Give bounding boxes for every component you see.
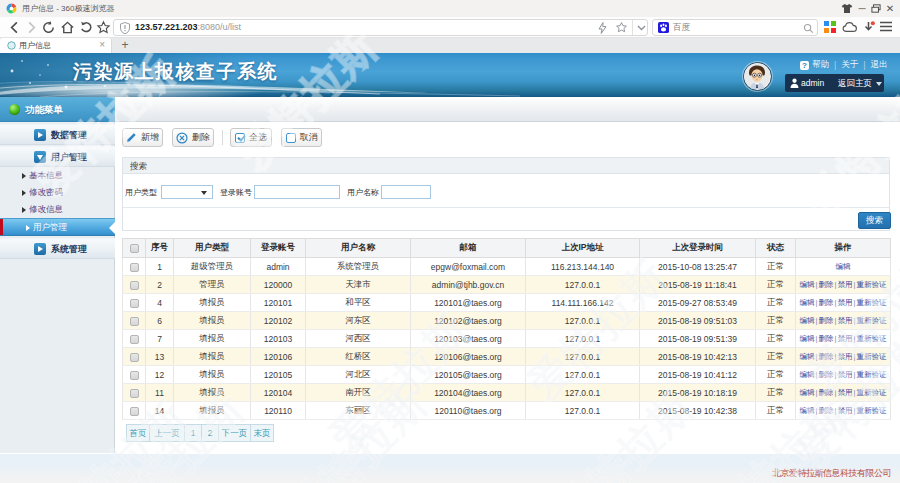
tab-close-icon[interactable]: × [99,38,105,52]
action-link[interactable]: 禁用 [837,334,852,343]
download-icon[interactable] [861,20,877,36]
dropdown-chevron-icon[interactable] [637,25,646,31]
action-link[interactable]: 重新验证 [856,316,886,325]
page-button-5[interactable]: 末页 [250,424,274,442]
page-button-4[interactable]: 下一页 [218,424,251,442]
row-checkbox[interactable] [130,317,139,326]
action-link[interactable]: 删除 [819,334,834,343]
sidebar-subitem-3[interactable]: 修改密码 [0,184,115,201]
page-button-1[interactable]: 上一页 [149,424,185,442]
action-link[interactable]: 编辑 [800,334,815,343]
column-header: 上次IP地址 [526,239,640,258]
bookmark-star-icon[interactable] [615,21,628,34]
sidebar-item-6[interactable]: 系统管理 [0,238,115,259]
minimize-button[interactable]: ─ [855,2,869,15]
speed-lightning-icon[interactable] [597,22,608,34]
row-checkbox[interactable] [130,371,139,380]
action-link[interactable]: 禁用 [837,280,852,289]
select-all-checkbox[interactable] [130,244,139,253]
action-link[interactable]: 重新验证 [856,370,886,379]
home-link[interactable]: 返回主页 [838,74,872,92]
action-link[interactable]: 编辑 [800,388,815,397]
action-link[interactable]: 重新验证 [856,334,886,343]
row-checkbox[interactable] [130,299,139,308]
logout-link[interactable]: 退出 [871,59,888,71]
sidebar-subitem-2[interactable]: 基本信息 [0,167,115,184]
site-shield-icon[interactable] [120,22,130,34]
admin-bar[interactable]: admin 返回主页 [785,74,884,92]
action-link[interactable]: 删除 [819,370,834,379]
action-link[interactable]: 禁用 [837,298,852,307]
user-avatar[interactable] [743,62,772,91]
action-link[interactable]: 重新验证 [856,406,886,415]
magnifier-icon[interactable] [803,23,814,34]
user-type-select[interactable] [161,185,213,199]
action-link[interactable]: 删除 [819,406,834,415]
row-checkbox[interactable] [130,263,139,272]
cloud-sync-icon[interactable] [842,20,858,36]
action-link[interactable]: 重新验证 [856,388,886,397]
forward-icon[interactable] [24,20,40,36]
select-all-button-label: 全选 [249,131,267,144]
favorite-star-icon[interactable] [96,20,112,36]
address-bar[interactable]: 123.57.221.203:8080/u/list [113,19,648,36]
action-link[interactable]: 编辑 [800,370,815,379]
sidebar-item-1[interactable]: 用户管理 [0,146,115,167]
action-link[interactable]: 禁用 [837,316,852,325]
row-checkbox[interactable] [130,353,139,362]
url-text[interactable]: 123.57.221.203:8080/u/list [135,21,241,34]
action-link[interactable]: 删除 [819,316,834,325]
sidebar-item-0[interactable]: 数据管理 [0,124,115,145]
tab-user-info[interactable]: 用户信息 × [0,38,112,53]
add-button[interactable]: 新增 [122,128,163,147]
action-link[interactable]: 编辑 [800,406,815,415]
panel-divider [123,207,889,208]
new-tab-button[interactable]: + [118,38,132,53]
search-submit-button[interactable]: 搜索 [858,212,891,229]
action-separator: | [816,370,818,379]
restore-button[interactable] [869,2,883,15]
back-icon[interactable] [7,20,23,36]
cancel-button[interactable]: 取消 [281,128,322,147]
row-checkbox[interactable] [130,389,139,398]
reload-session-icon[interactable] [79,20,95,36]
action-link[interactable]: 禁用 [837,406,852,415]
page-button-2[interactable]: 1 [184,424,202,442]
action-link[interactable]: 禁用 [837,388,852,397]
sidebar-subitem-4[interactable]: 修改信息 [0,201,115,218]
login-account-input[interactable] [254,185,340,199]
action-link[interactable]: 重新验证 [856,298,886,307]
action-link[interactable]: 编辑 [800,352,815,361]
user-name-input[interactable] [381,185,431,199]
sidebar-subitem-5-active[interactable]: 用户管理 [0,218,115,236]
row-checkbox[interactable] [130,407,139,416]
page-button-3[interactable]: 2 [201,424,219,442]
action-link[interactable]: 重新验证 [856,280,886,289]
delete-button[interactable]: 删除 [172,128,214,147]
action-link[interactable]: 编辑 [800,316,815,325]
apps-grid-icon[interactable] [824,21,840,37]
action-link[interactable]: 编辑 [800,298,815,307]
about-link[interactable]: 关于 [841,59,858,71]
action-link[interactable]: 编辑 [836,262,851,271]
action-link[interactable]: 删除 [819,298,834,307]
search-box[interactable]: 百度 [652,19,818,36]
action-link[interactable]: 编辑 [800,280,815,289]
close-button[interactable]: ✕ [883,2,897,15]
action-link[interactable]: 删除 [819,388,834,397]
action-link[interactable]: 删除 [819,280,834,289]
refresh-icon[interactable] [41,20,57,36]
row-checkbox[interactable] [130,335,139,344]
row-checkbox[interactable] [130,281,139,290]
help-link[interactable]: 帮助 [812,59,829,71]
page-button-0[interactable]: 首页 [126,424,150,442]
select-all-button[interactable]: 全选 [230,128,272,147]
action-link[interactable]: 禁用 [837,370,852,379]
menu-hamburger-icon[interactable] [879,20,895,36]
table-row: 7填报员120103河西区120103@taes.org127.0.0.1201… [123,330,891,348]
home-icon[interactable] [60,20,76,36]
action-link[interactable]: 重新验证 [856,352,886,361]
action-link[interactable]: 删除 [819,352,834,361]
action-link[interactable]: 禁用 [837,352,852,361]
skin-icon[interactable] [840,2,854,15]
